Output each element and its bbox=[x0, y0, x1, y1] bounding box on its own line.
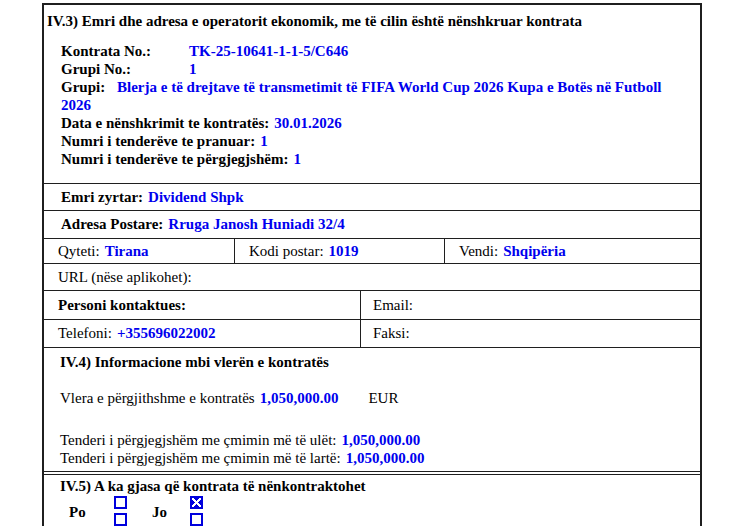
field-label: Numri i tenderëve te përgjegjshëm: bbox=[61, 151, 288, 167]
section-iv5-title: IV.5) A ka gjasa që kontrata të nënkontr… bbox=[44, 477, 700, 496]
telefoni-label: Telefoni: bbox=[58, 325, 112, 342]
po-checkbox-bottom[interactable] bbox=[114, 513, 127, 526]
cell-telefoni: Telefoni:+355696022002 bbox=[44, 320, 361, 347]
telefoni-value: +355696022002 bbox=[117, 325, 216, 342]
field-label: Grupi No.: bbox=[61, 60, 189, 78]
row-personi-email: Personi kontaktues: Email: bbox=[44, 291, 700, 320]
field-grupi: Grupi:Blerja e të drejtave të transmetim… bbox=[61, 78, 690, 114]
section-iv3-title: IV.3) Emri dhe adresa e operatorit ekono… bbox=[44, 11, 700, 31]
faksi-label: Faksi: bbox=[373, 325, 410, 342]
vlera-label: Vlera e përgjithshme e kontratës bbox=[60, 390, 255, 406]
emri-zyrtar-label: Emri zyrtar: bbox=[61, 189, 143, 206]
field-value: 1 bbox=[189, 61, 197, 77]
field-grupi-no: Grupi No.:1 bbox=[61, 60, 690, 78]
jo-checkbox-top[interactable] bbox=[190, 496, 203, 509]
field-value: 30.01.2026 bbox=[274, 115, 342, 131]
tenderi-ulet-label: Tenderi i përgjegjshëm me çmimin më të u… bbox=[60, 432, 337, 448]
contract-notice-table: IV.3) Emri dhe adresa e operatorit ekono… bbox=[42, 3, 702, 526]
po-label: Po bbox=[69, 504, 86, 521]
currency-label: EUR bbox=[368, 390, 398, 406]
field-label: Numri i tenderëve te pranuar: bbox=[61, 133, 255, 149]
field-value: TK-25-10641-1-1-5/C646 bbox=[189, 43, 348, 59]
subcontract-options: Po Jo bbox=[44, 496, 700, 526]
section-iv4: IV.4) Informacione mbi vlerën e kontratë… bbox=[44, 348, 700, 471]
personi-kontaktues-label: Personi kontaktues: bbox=[58, 297, 186, 314]
tenderi-larte-value: 1,050,000.00 bbox=[346, 450, 425, 466]
field-tenderi-larte: Tenderi i përgjegjshëm me çmimin më të l… bbox=[60, 449, 700, 467]
field-value: Blerja e të drejtave të transmetimit të … bbox=[61, 79, 662, 113]
section-iv3: IV.3) Emri dhe adresa e operatorit ekono… bbox=[44, 5, 700, 184]
row-emri-zyrtar: Emri zyrtar:Dividend Shpk bbox=[44, 184, 700, 211]
field-value: 1 bbox=[260, 133, 268, 149]
field-label: Grupi: bbox=[61, 78, 117, 96]
kodi-postar-label: Kodi postar: bbox=[249, 243, 324, 260]
jo-checkbox-bottom[interactable] bbox=[190, 513, 203, 526]
vlera-value: 1,050,000.00 bbox=[260, 390, 339, 406]
url-label: URL (nëse aplikohet): bbox=[58, 269, 192, 286]
jo-label: Jo bbox=[152, 504, 167, 521]
row-url: URL (nëse aplikohet): bbox=[44, 264, 700, 291]
jo-checkbox-group bbox=[190, 496, 203, 526]
emri-zyrtar-value: Dividend Shpk bbox=[148, 189, 243, 206]
row-qyteti-kodi-vendi: Qyteti:Tirana Kodi postar:1019 Vendi:Shq… bbox=[44, 239, 700, 264]
contract-notice-page: IV.3) Emri dhe adresa e operatorit ekono… bbox=[0, 0, 733, 526]
cell-faksi: Faksi: bbox=[361, 320, 700, 347]
section-iv3-fields: Kontrata No.:TK-25-10641-1-1-5/C646 Grup… bbox=[44, 42, 700, 168]
cell-email: Email: bbox=[361, 291, 700, 319]
email-label: Email: bbox=[373, 297, 413, 314]
field-tendere-pergjegjshem: Numri i tenderëve te përgjegjshëm:1 bbox=[61, 150, 690, 168]
field-value: 1 bbox=[293, 151, 301, 167]
kodi-postar-value: 1019 bbox=[329, 243, 359, 260]
field-kontrata-no: Kontrata No.:TK-25-10641-1-1-5/C646 bbox=[61, 42, 690, 60]
cell-personi-kontaktues: Personi kontaktues: bbox=[44, 291, 361, 319]
field-tendere-pranuar: Numri i tenderëve te pranuar:1 bbox=[61, 132, 690, 150]
field-label: Kontrata No.: bbox=[61, 42, 189, 60]
adresa-postare-label: Adresa Postare: bbox=[61, 216, 163, 233]
adresa-postare-value: Rruga Janosh Huniadi 32/4 bbox=[168, 216, 344, 233]
row-telefoni-faksi: Telefoni:+355696022002 Faksi: bbox=[44, 320, 700, 348]
field-data-nenshkrimit: Data e nënshkrimit te kontratës:30.01.20… bbox=[61, 114, 690, 132]
tenderi-ulet-value: 1,050,000.00 bbox=[342, 432, 421, 448]
field-tenderi-ulet: Tenderi i përgjegjshëm me çmimin më të u… bbox=[60, 431, 700, 449]
field-label: Data e nënshkrimit te kontratës: bbox=[61, 115, 269, 131]
po-checkbox-group bbox=[114, 496, 127, 526]
cell-vendi: Vendi:Shqipëria bbox=[445, 239, 700, 263]
qyteti-value: Tirana bbox=[105, 243, 149, 260]
qyteti-label: Qyteti: bbox=[58, 243, 100, 260]
vendi-value: Shqipëria bbox=[503, 243, 566, 260]
section-iv4-title: IV.4) Informacione mbi vlerën e kontratë… bbox=[60, 353, 700, 372]
vendi-label: Vendi: bbox=[459, 243, 498, 260]
tenderi-larte-label: Tenderi i përgjegjshëm me çmimin më të l… bbox=[60, 450, 341, 466]
cell-qyteti: Qyteti:Tirana bbox=[44, 239, 235, 263]
row-adresa-postare: Adresa Postare:Rruga Janosh Huniadi 32/4 bbox=[44, 211, 700, 239]
po-checkbox-top[interactable] bbox=[114, 496, 127, 509]
section-iv5: IV.5) A ka gjasa që kontrata të nënkontr… bbox=[44, 471, 700, 526]
field-vlera: Vlera e përgjithshme e kontratës1,050,00… bbox=[60, 390, 700, 407]
cell-kodi-postar: Kodi postar:1019 bbox=[235, 239, 445, 263]
